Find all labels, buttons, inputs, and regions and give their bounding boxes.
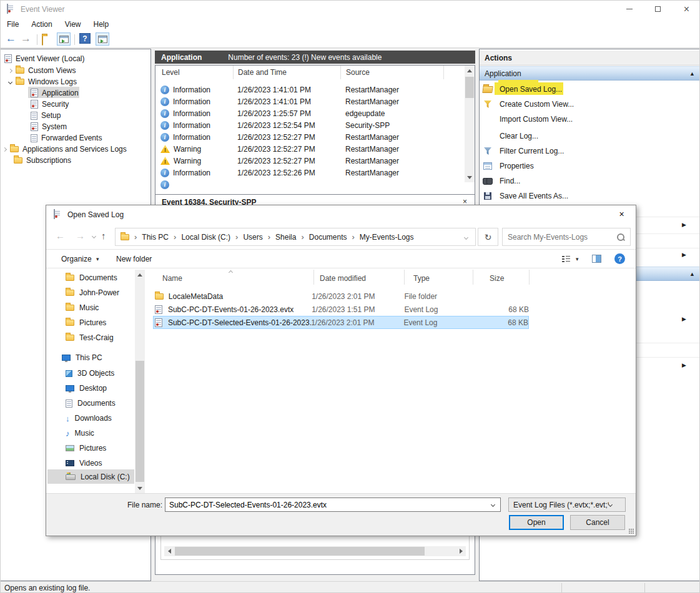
help-toolbar-button[interactable]: ? (79, 33, 91, 44)
flyout-arrow-icon[interactable]: ▶ (682, 362, 686, 368)
nav-item-test-craig[interactable]: Test-Craig (66, 331, 114, 345)
breadcrumb-sheila[interactable]: Sheila (275, 233, 296, 242)
preview-horizontal-scrollbar[interactable] (164, 546, 466, 556)
flyout-arrow-icon[interactable]: ▶ (682, 252, 686, 258)
nav-item-music-quick[interactable]: Music (66, 301, 99, 315)
new-folder-button[interactable]: New folder (116, 255, 152, 263)
menu-help[interactable]: Help (87, 18, 116, 31)
column-header-type[interactable]: Type (413, 274, 430, 283)
organize-button[interactable]: Organize (61, 255, 92, 263)
tree-item-subscriptions[interactable]: Subscriptions (14, 155, 71, 166)
action-properties[interactable]: Properties (480, 159, 700, 174)
column-header-date-modified[interactable]: Date modified (320, 274, 366, 283)
nav-item-documents-pc[interactable]: Documents (66, 396, 116, 410)
tree-item-security[interactable]: Security (31, 99, 69, 110)
open-saved-log-toolbar-icon[interactable] (42, 36, 43, 46)
scroll-right-button[interactable] (456, 546, 466, 556)
action-filter-current-log[interactable]: Filter Current Log... (480, 144, 700, 159)
column-header-size[interactable]: Size (490, 274, 504, 283)
address-bar[interactable]: › This PC › Local Disk (C:) › Users › Sh… (115, 228, 476, 246)
nav-item-pictures-pc[interactable]: Pictures (66, 441, 106, 455)
nav-back-button[interactable]: ← (56, 230, 65, 241)
dialog-help-icon[interactable]: ? (614, 253, 625, 264)
event-row[interactable]: i Information 1/26/2023 1:25:57 PM edgeu… (155, 107, 461, 119)
event-row[interactable]: i Information 1/26/2023 1:41:01 PM Resta… (155, 96, 461, 107)
file-row-localemetadata[interactable]: LocaleMetaData 1/26/2023 2:01 PM File fo… (153, 290, 529, 303)
nav-item-3d-objects[interactable]: 3D Objects (66, 366, 114, 380)
nav-item-documents-quick[interactable]: Documents (66, 271, 117, 285)
file-row-events[interactable]: SubC-PC-DT-Events-01-26-2023.evtx 1/26/2… (153, 303, 529, 316)
flyout-arrow-icon[interactable]: ▶ (682, 316, 686, 322)
file-name-input[interactable] (165, 501, 491, 509)
nav-item-desktop[interactable]: Desktop (66, 381, 107, 395)
file-name-combo[interactable] (165, 497, 501, 512)
breadcrumb-documents[interactable]: Documents (309, 233, 347, 242)
dialog-close-button[interactable]: × (608, 205, 636, 223)
scroll-down-button[interactable] (465, 172, 475, 182)
preview-pane-icon[interactable] (592, 255, 601, 263)
address-dropdown-icon[interactable] (464, 235, 468, 240)
nav-item-john-power[interactable]: John-Power (66, 286, 119, 300)
nav-item-pictures-quick[interactable]: Pictures (66, 316, 106, 330)
nav-item-music-pc[interactable]: ♪Music (66, 426, 94, 440)
breadcrumb-local-disk[interactable]: Local Disk (C:) (181, 233, 230, 242)
column-header-level[interactable]: Level (162, 66, 180, 79)
events-vertical-scrollbar[interactable] (465, 66, 475, 182)
resize-grip[interactable] (629, 529, 634, 534)
event-row-partial[interactable]: i (155, 179, 461, 190)
collapse-arrow-icon[interactable]: ▲ (689, 71, 695, 77)
tree-item-forwarded-events[interactable]: Forwarded Events (31, 132, 102, 144)
cancel-button[interactable]: Cancel (570, 515, 625, 530)
refresh-button[interactable]: ↻ (478, 228, 498, 246)
scroll-down-button[interactable] (135, 483, 145, 493)
breadcrumb-users[interactable]: Users (243, 233, 262, 242)
scrollbar-thumb[interactable] (175, 547, 425, 556)
nav-item-videos[interactable]: Videos (66, 456, 102, 470)
nav-scrollbar[interactable] (135, 270, 145, 493)
back-button[interactable]: ← (6, 32, 16, 45)
column-header-datetime[interactable]: Date and Time (238, 66, 287, 79)
collapse-chevron-icon[interactable] (8, 79, 12, 84)
scroll-up-button[interactable] (135, 270, 145, 280)
forward-button[interactable]: → (21, 32, 31, 45)
event-row[interactable]: ! Warning 1/26/2023 12:52:27 PM RestartM… (155, 155, 461, 167)
file-name-dropdown-icon[interactable] (491, 502, 495, 507)
tree-item-setup[interactable]: Setup (31, 110, 61, 121)
minimize-button[interactable] (615, 1, 643, 17)
column-header-source[interactable]: Source (346, 66, 370, 79)
action-find[interactable]: Find... (480, 174, 700, 189)
event-row[interactable]: i Information 1/26/2023 12:52:54 PM Secu… (155, 119, 461, 131)
close-button[interactable]: × (673, 1, 700, 17)
tree-item-windows-logs[interactable]: Windows Logs (9, 76, 77, 87)
nav-history-dropdown-icon[interactable] (92, 234, 96, 238)
menu-action[interactable]: Action (25, 18, 58, 31)
tree-item-apps-services-logs[interactable]: Applications and Services Logs (3, 144, 127, 155)
tree-item-application[interactable]: Application (31, 87, 79, 99)
action-clear-log[interactable]: Clear Log... (480, 129, 700, 144)
collapse-arrow-icon[interactable]: ▲ (689, 271, 695, 277)
view-mode-dropdown-icon[interactable]: ▾ (576, 256, 579, 262)
actions-group-application[interactable]: Application ▲ (480, 66, 700, 81)
console-tree-toggle[interactable] (57, 32, 71, 46)
action-create-custom-view[interactable]: Create Custom View... (480, 97, 700, 112)
maximize-button[interactable] (644, 1, 672, 17)
event-row[interactable]: ! Warning 1/26/2023 12:52:27 PM RestartM… (155, 143, 461, 155)
file-type-select[interactable]: Event Log Files (*.evtx;*.evt;*.et (508, 497, 626, 512)
tree-item-custom-views[interactable]: Custom Views (9, 65, 76, 76)
event-row[interactable]: i Information 1/26/2023 12:52:26 PM Rest… (155, 167, 461, 179)
action-open-saved-log[interactable]: Open Saved Log... (480, 82, 700, 97)
scrollbar-thumb[interactable] (465, 77, 474, 98)
nav-forward-button[interactable]: → (76, 230, 85, 241)
search-box[interactable] (502, 228, 631, 246)
event-row[interactable]: i Information 1/26/2023 12:52:27 PM Rest… (155, 131, 461, 143)
action-pane-toggle[interactable] (96, 32, 109, 46)
scroll-left-button[interactable] (164, 546, 174, 556)
expand-chevron-icon[interactable] (2, 147, 7, 151)
nav-item-this-pc[interactable]: This PC (62, 351, 102, 365)
scrollbar-thumb[interactable] (136, 361, 144, 482)
breadcrumb-this-pc[interactable]: This PC (142, 233, 169, 242)
expand-chevron-icon[interactable] (8, 68, 12, 72)
nav-up-button[interactable]: ↑ (101, 230, 106, 241)
tree-root-event-viewer[interactable]: Event Viewer (Local) (4, 53, 85, 64)
flyout-arrow-icon[interactable]: ▶ (682, 222, 686, 228)
